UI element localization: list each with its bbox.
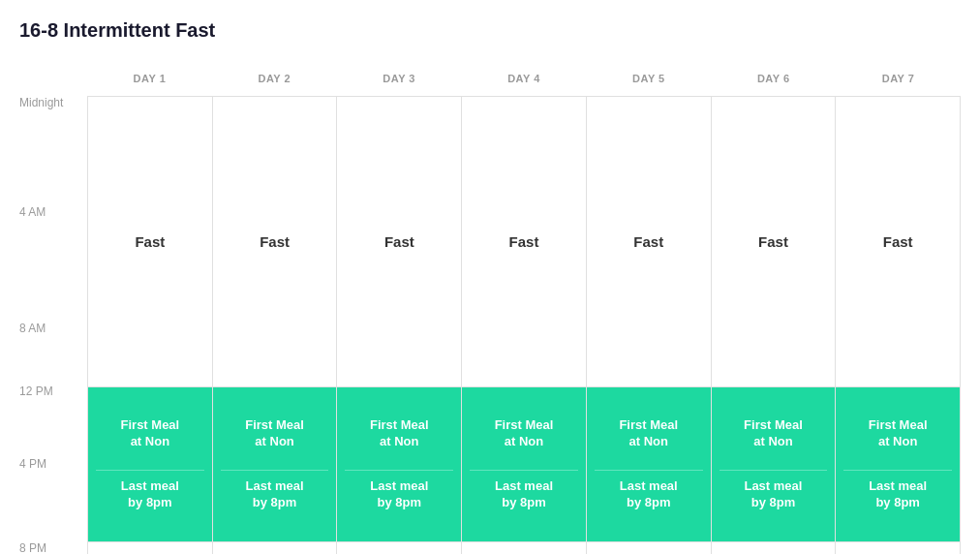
eating-cell-day7: First Mealat Non Last mealby 8pm — [836, 387, 960, 541]
fast-cell-day4-bottom: Fast — [462, 542, 587, 554]
last-meal-label-day5: Last mealby 8pm — [620, 478, 678, 511]
time-label-8am: 8 AM — [19, 270, 87, 386]
page-title: 16-8 Intermittent Fast — [19, 19, 961, 42]
fast-cell-day1-top: Fast — [88, 97, 213, 386]
eating-cell-day3: First Mealat Non Last mealby 8pm — [337, 387, 462, 541]
eating-row: First Mealat Non Last mealby 8pm First M… — [88, 387, 960, 542]
first-meal-label-day7: First Mealat Non — [869, 417, 928, 450]
first-meal-label-day6: First Mealat Non — [744, 417, 803, 450]
last-meal-label-day6: Last mealby 8pm — [744, 478, 802, 511]
fast-cell-day6-bottom: Fast — [712, 542, 837, 554]
day-header-4: DAY 4 — [462, 73, 587, 84]
eating-cell-day6: First Mealat Non Last mealby 8pm — [712, 387, 837, 541]
first-meal-label-day1: First Mealat Non — [121, 417, 180, 450]
time-axis: Midnight 4 AM 8 AM 12 PM 4 PM 8 PM Midni… — [19, 61, 87, 554]
day-header-1: DAY 1 — [87, 73, 212, 84]
chart-container: Midnight 4 AM 8 AM 12 PM 4 PM 8 PM Midni… — [19, 61, 961, 554]
day-header-7: DAY 7 — [836, 73, 961, 84]
last-meal-label-day4: Last mealby 8pm — [495, 478, 553, 511]
time-label-fast-bottom — [19, 541, 87, 554]
fast-row-bottom: Fast Fast Fast Fast Fast Fast Fast — [88, 542, 960, 554]
time-label-4pm: 4 PM — [19, 386, 87, 541]
day-headers: DAY 1 DAY 2 DAY 3 DAY 4 DAY 5 DAY 6 DAY … — [87, 61, 961, 96]
fast-cell-day4-top: Fast — [462, 97, 587, 386]
first-meal-label-day4: First Mealat Non — [495, 417, 554, 450]
eating-cell-day4: First Mealat Non Last mealby 8pm — [462, 387, 587, 541]
fast-cell-day5-bottom: Fast — [587, 542, 712, 554]
last-meal-label-day7: Last mealby 8pm — [869, 478, 927, 511]
last-meal-label-day2: Last mealby 8pm — [246, 478, 304, 511]
eating-cell-day5: First Mealat Non Last mealby 8pm — [587, 387, 712, 541]
fast-cell-day7-bottom: Fast — [836, 542, 960, 554]
fast-row-top: Fast Fast Fast Fast Fast Fast Fast — [88, 97, 960, 387]
last-meal-label-day1: Last mealby 8pm — [121, 478, 179, 511]
first-meal-label-day3: First Mealat Non — [370, 417, 429, 450]
eating-cell-day2: First Mealat Non Last mealby 8pm — [213, 387, 338, 541]
grid-area: DAY 1 DAY 2 DAY 3 DAY 4 DAY 5 DAY 6 DAY … — [87, 61, 961, 554]
time-label-4am: 4 AM — [19, 154, 87, 270]
fast-cell-day7-top: Fast — [836, 97, 960, 386]
fast-cell-day2-top: Fast — [213, 97, 338, 386]
fast-cell-day3-bottom: Fast — [337, 542, 462, 554]
fast-cell-day6-top: Fast — [712, 97, 837, 386]
fast-cell-day2-bottom: Fast — [213, 542, 338, 554]
first-meal-label-day5: First Mealat Non — [619, 417, 678, 450]
last-meal-label-day3: Last mealby 8pm — [370, 478, 428, 511]
fast-cell-day5-top: Fast — [587, 97, 712, 386]
day-header-3: DAY 3 — [337, 73, 462, 84]
fast-cell-day3-top: Fast — [337, 97, 462, 386]
eating-cell-day1: First Mealat Non Last mealby 8pm — [88, 387, 213, 541]
day-header-6: DAY 6 — [711, 73, 836, 84]
day-header-5: DAY 5 — [586, 73, 711, 84]
time-label-midnight-top: Midnight — [19, 96, 87, 154]
day-header-2: DAY 2 — [212, 73, 337, 84]
grid-rows: Fast Fast Fast Fast Fast Fast Fast First… — [87, 96, 961, 554]
fast-cell-day1-bottom: Fast — [88, 542, 213, 554]
first-meal-label-day2: First Mealat Non — [245, 417, 304, 450]
